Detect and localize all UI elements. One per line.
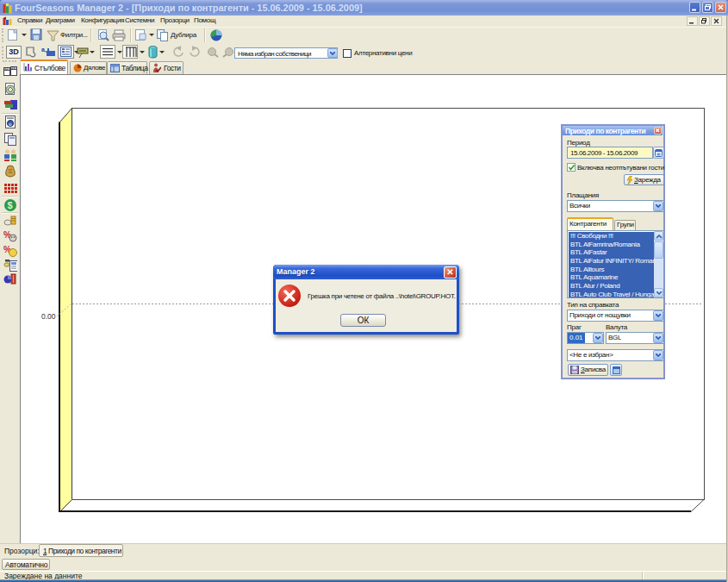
- svg-text:a,: a,: [41, 47, 47, 53]
- svg-text:13: 13: [11, 66, 16, 70]
- svg-text:$: $: [8, 200, 13, 210]
- svg-text:12: 12: [4, 66, 9, 71]
